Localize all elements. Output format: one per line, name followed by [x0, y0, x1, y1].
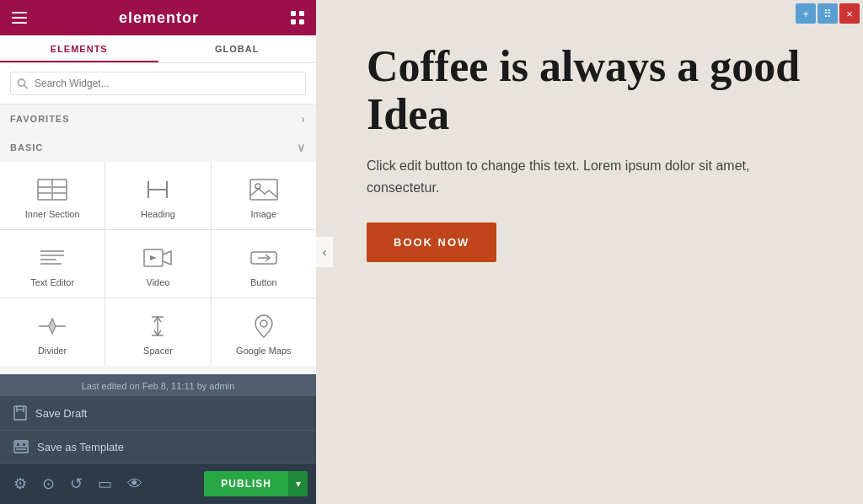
- last-edited-text: Last edited on Feb 8, 11:11 by admin: [0, 374, 316, 396]
- panel-bottom: Last edited on Feb 8, 11:11 by admin Sav…: [0, 374, 316, 464]
- tab-elements[interactable]: ELEMENTS: [0, 35, 158, 62]
- basic-section[interactable]: BASIC ∨: [0, 133, 316, 162]
- app-logo: elementor: [119, 9, 199, 27]
- svg-point-19: [255, 184, 260, 189]
- svg-marker-29: [49, 319, 56, 334]
- layers-icon[interactable]: ⊙: [37, 469, 60, 498]
- svg-rect-3: [291, 11, 296, 16]
- widget-spacer[interactable]: Spacer: [105, 298, 210, 366]
- svg-rect-1: [12, 17, 27, 19]
- svg-rect-39: [16, 442, 20, 447]
- responsive-icon[interactable]: ▭: [93, 469, 117, 498]
- svg-marker-25: [150, 255, 157, 260]
- divider-icon: [37, 314, 67, 339]
- save-draft-label: Save Draft: [35, 407, 87, 420]
- svg-rect-34: [14, 406, 26, 420]
- save-template-icon: [13, 440, 29, 453]
- button-icon: [249, 245, 279, 271]
- panel-tabs: ELEMENTS GLOBAL: [0, 35, 316, 63]
- widget-video-label: Video: [147, 277, 170, 287]
- text-editor-icon: [37, 245, 67, 271]
- basic-label: BASIC: [10, 142, 43, 153]
- svg-rect-6: [299, 19, 304, 24]
- move-widget-button[interactable]: ⠿: [817, 3, 838, 24]
- close-widget-button[interactable]: ×: [839, 3, 860, 24]
- widget-image-label: Image: [251, 209, 277, 219]
- spacer-icon: [142, 314, 173, 339]
- save-template-label: Save as Template: [37, 441, 124, 453]
- video-icon: [142, 245, 173, 271]
- publish-arrow-button[interactable]: ▾: [288, 471, 308, 496]
- widget-heading[interactable]: Heading: [105, 162, 210, 229]
- favorites-chevron: ›: [301, 112, 306, 126]
- tab-global[interactable]: GLOBAL: [158, 35, 317, 62]
- svg-rect-2: [12, 22, 27, 24]
- widget-button-label: Button: [250, 277, 277, 287]
- canvas-subtext[interactable]: Click edit button to change this text. L…: [367, 155, 771, 198]
- widget-image[interactable]: Image: [212, 162, 316, 229]
- preview-icon[interactable]: 👁: [122, 470, 147, 498]
- grid-icon[interactable]: [291, 11, 304, 24]
- left-panel: elementor ELEMENTS GLOBAL F: [0, 0, 316, 504]
- widget-video[interactable]: Video: [105, 230, 210, 298]
- save-draft-icon: [13, 405, 27, 421]
- widget-google-maps-label: Google Maps: [236, 346, 291, 356]
- svg-rect-5: [291, 19, 296, 24]
- svg-point-33: [260, 320, 267, 327]
- svg-rect-40: [22, 442, 26, 447]
- inner-section-icon: [37, 177, 67, 202]
- svg-line-8: [24, 86, 28, 89]
- svg-rect-4: [299, 11, 304, 16]
- add-widget-button[interactable]: +: [796, 3, 816, 24]
- svg-rect-18: [250, 180, 277, 200]
- settings-icon[interactable]: ⚙: [8, 469, 32, 498]
- heading-icon: [142, 177, 173, 202]
- save-as-template-item[interactable]: Save as Template: [0, 431, 316, 464]
- publish-btn-wrap: PUBLISH ▾: [204, 471, 308, 496]
- widget-button[interactable]: Button: [212, 230, 316, 298]
- widget-text-editor-label: Text Editor: [30, 277, 74, 287]
- widget-controls: + ⠿ ×: [796, 3, 860, 24]
- hamburger-icon[interactable]: [12, 12, 27, 24]
- basic-chevron: ∨: [297, 141, 306, 154]
- widget-google-maps[interactable]: Google Maps: [212, 298, 316, 366]
- bottom-actions: Save Draft Save as Template: [0, 396, 316, 464]
- search-icon: [17, 78, 28, 89]
- widget-heading-label: Heading: [141, 209, 175, 219]
- svg-point-7: [19, 79, 25, 86]
- book-now-button[interactable]: BOOK NOW: [367, 223, 496, 262]
- panel-footer: ⚙ ⊙ ↺ ▭ 👁 PUBLISH ▾: [0, 464, 316, 504]
- search-bar: [0, 63, 316, 105]
- widget-grid: Inner Section Heading Imag: [0, 162, 316, 366]
- canvas-heading[interactable]: Coffee is always a good Idea: [367, 42, 821, 138]
- publish-button[interactable]: PUBLISH: [204, 471, 288, 496]
- image-icon: [249, 177, 279, 202]
- favorites-label: FAVORITES: [10, 114, 70, 124]
- widget-spacer-label: Spacer: [143, 346, 173, 356]
- widget-inner-section-label: Inner Section: [25, 209, 80, 219]
- history-icon[interactable]: ↺: [65, 469, 88, 498]
- canvas-panel: + ⠿ × ‹ Coffee is always a good Idea Cli…: [316, 0, 863, 504]
- favorites-section[interactable]: FAVORITES ›: [0, 105, 316, 133]
- widget-text-editor[interactable]: Text Editor: [0, 230, 105, 298]
- widget-inner-section[interactable]: Inner Section: [0, 162, 105, 229]
- panel-header: elementor: [0, 0, 316, 35]
- svg-rect-0: [12, 12, 27, 13]
- collapse-panel-button[interactable]: ‹: [316, 237, 333, 267]
- canvas-content: Coffee is always a good Idea Click edit …: [316, 0, 863, 296]
- widget-divider-label: Divider: [38, 346, 67, 356]
- save-draft-item[interactable]: Save Draft: [0, 396, 316, 431]
- search-input[interactable]: [10, 72, 306, 95]
- google-maps-icon: [249, 314, 279, 339]
- widget-divider[interactable]: Divider: [0, 298, 105, 366]
